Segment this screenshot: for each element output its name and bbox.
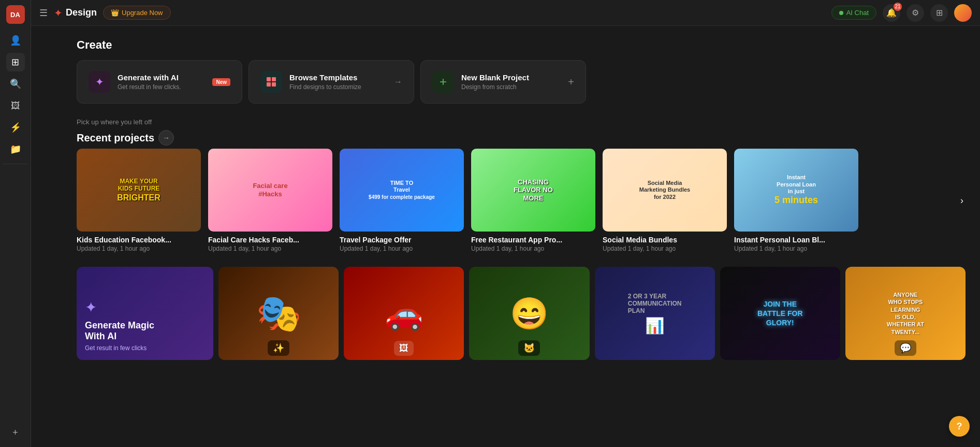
blank-plus-icon: +: [568, 76, 574, 88]
top-navigation: ☰ ✦ Design 👑 Upgrade Now AI Chat 🔔 21 ⚙ …: [31, 0, 980, 26]
menu-icon[interactable]: ☰: [39, 7, 48, 19]
gallery-title-magic: Generate MagicWith AI: [85, 320, 205, 342]
images-icon: 🖼: [11, 100, 20, 111]
gallery-card-emoji[interactable]: 😄 🐱: [469, 267, 589, 360]
gallery-card-mask[interactable]: 🎭 ✨: [218, 267, 339, 360]
scroll-right-button[interactable]: ›: [950, 149, 966, 252]
project-thumb-travel: TIME TOTravel$499 for complete package: [340, 149, 464, 232]
sidebar-item-add[interactable]: +: [6, 423, 25, 442]
templates-card-title: Browse Templates: [289, 73, 387, 82]
templates-card-subtitle: Find designs to customize: [289, 83, 387, 91]
project-card-loan[interactable]: InstantPersonal Loanin just5 minutes Ins…: [734, 149, 858, 252]
blank-card-content: New Blank Project Design from scratch: [461, 73, 561, 91]
grid-icon: ⊞: [936, 8, 943, 18]
notifications-button[interactable]: 🔔 21: [883, 4, 900, 22]
project-updated-3: Updated 1 day, 1 hour ago: [471, 245, 595, 252]
recent-section: Pick up where you left off Recent projec…: [77, 118, 966, 252]
settings-button[interactable]: ⚙: [906, 4, 924, 22]
help-button[interactable]: ?: [949, 416, 970, 437]
search-icon: 🔍: [10, 78, 21, 90]
project-thumb-social: Social MediaMarketing Bundlesfor 2022: [603, 149, 727, 232]
gallery-card-quote[interactable]: ANYONEWHO STOPSLEARNINGIS OLD,WHETHER AT…: [845, 267, 966, 360]
project-thumb-facial: Facial care#Hacks: [208, 149, 332, 232]
ai-chat-label: AI Chat: [846, 9, 869, 17]
app-name: Design: [66, 7, 97, 18]
gallery-subtitle-magic: Get result in few clicks: [85, 344, 205, 352]
apps-button[interactable]: ⊞: [930, 4, 948, 22]
project-thumb-kids-edu: MAKE YOURKIDS FUTUREBRIGHTER: [77, 149, 201, 232]
sidebar-item-search[interactable]: 🔍: [6, 75, 25, 93]
quote-tool-badge: 💬: [895, 340, 916, 356]
sidebar-avatar[interactable]: DA: [6, 5, 25, 24]
sidebar: DA 👤 ⊞ 🔍 🖼 ⚡ 📁 +: [0, 0, 31, 447]
project-card-kids-edu[interactable]: MAKE YOURKIDS FUTUREBRIGHTER Kids Educat…: [77, 149, 201, 252]
gallery-card-battle[interactable]: JOIN THEBATTLE FORGLORY!: [720, 267, 840, 360]
sidebar-item-grid[interactable]: ⊞: [6, 53, 25, 71]
app-logo[interactable]: ✦ Design: [54, 7, 97, 19]
create-section: Create ✦ Generate with AI Get result in …: [77, 38, 966, 104]
sidebar-item-apps[interactable]: ⚡: [6, 118, 25, 137]
recent-header: Recent projects →: [77, 130, 966, 146]
project-card-social[interactable]: Social MediaMarketing Bundlesfor 2022 So…: [603, 149, 727, 252]
magic-icon: ✦: [85, 299, 205, 316]
project-card-travel[interactable]: TIME TOTravel$499 for complete package T…: [340, 149, 464, 252]
user-avatar[interactable]: [954, 4, 972, 22]
project-updated-4: Updated 1 day, 1 hour ago: [603, 245, 727, 252]
blank-card-subtitle: Design from scratch: [461, 83, 561, 91]
blank-card-title: New Blank Project: [461, 73, 561, 82]
project-name-5: Instant Personal Loan Bl...: [734, 236, 858, 244]
gallery-card-car[interactable]: 🚗 🖼: [344, 267, 464, 360]
grid-layout-icon: ⊞: [11, 56, 19, 68]
gear-icon: ⚙: [912, 8, 919, 18]
plan-image: 2 OR 3 YEARCOMMUNICATIONPLAN 📊: [595, 267, 715, 360]
sidebar-item-images[interactable]: 🖼: [6, 96, 25, 115]
folder-icon: 📁: [10, 143, 21, 155]
gallery-card-plan[interactable]: 2 OR 3 YEARCOMMUNICATIONPLAN 📊: [595, 267, 715, 360]
logo-icon: ✦: [54, 7, 63, 19]
create-card-templates[interactable]: Browse Templates Find designs to customi…: [248, 60, 414, 104]
project-card-facial[interactable]: Facial care#Hacks Facial Care Hacks Face…: [208, 149, 332, 252]
create-card-blank[interactable]: + New Blank Project Design from scratch …: [420, 60, 586, 104]
project-thumb-loan: InstantPersonal Loanin just5 minutes: [734, 149, 858, 232]
recent-subtitle: Pick up where you left off: [77, 118, 966, 126]
car-tool-badge: 🖼: [394, 341, 414, 356]
ai-card-subtitle: Get result in few clicks.: [118, 83, 205, 91]
notification-badge: 21: [894, 3, 902, 11]
recent-title: Recent projects: [77, 132, 154, 144]
gallery-card-generate-magic[interactable]: ✦ Generate MagicWith AI Get result in fe…: [77, 267, 213, 360]
recent-scroll-button[interactable]: →: [158, 130, 174, 146]
project-updated-2: Updated 1 day, 1 hour ago: [340, 245, 464, 252]
project-name-4: Social Media Bundles: [603, 236, 727, 244]
ai-icon: ✦: [89, 71, 110, 93]
templates-icon: [260, 71, 282, 93]
project-name-3: Free Restaurant App Pro...: [471, 236, 595, 244]
templates-card-content: Browse Templates Find designs to customi…: [289, 73, 387, 91]
ai-status-dot: [839, 11, 843, 15]
sidebar-item-users[interactable]: 👤: [6, 31, 25, 50]
battle-image: JOIN THEBATTLE FORGLORY!: [720, 267, 840, 360]
sidebar-divider: [3, 164, 27, 164]
create-title: Create: [77, 38, 966, 52]
mask-tool-badge: ✨: [268, 340, 289, 356]
crown-icon: 👑: [111, 9, 119, 17]
apps-icon: ⚡: [10, 122, 21, 133]
emoji-tool-badge: 🐱: [518, 340, 540, 356]
users-icon: 👤: [10, 35, 21, 46]
project-thumb-restaurant: CHASINGFLAVOR NOMORE: [471, 149, 595, 232]
create-card-ai[interactable]: ✦ Generate with AI Get result in few cli…: [77, 60, 242, 104]
ai-chat-button[interactable]: AI Chat: [831, 6, 876, 20]
add-icon: +: [12, 427, 18, 438]
project-name-0: Kids Education Facebook...: [77, 236, 201, 244]
create-cards: ✦ Generate with AI Get result in few cli…: [77, 60, 966, 104]
help-icon: ?: [957, 421, 962, 432]
project-name-2: Travel Package Offer: [340, 236, 464, 244]
project-card-restaurant[interactable]: CHASINGFLAVOR NOMORE Free Restaurant App…: [471, 149, 595, 252]
project-updated-0: Updated 1 day, 1 hour ago: [77, 245, 201, 252]
ai-card-content: Generate with AI Get result in few click…: [118, 73, 205, 91]
upgrade-button[interactable]: 👑 Upgrade Now: [103, 6, 171, 20]
gallery-section: ✦ Generate MagicWith AI Get result in fe…: [77, 267, 966, 360]
project-updated-5: Updated 1 day, 1 hour ago: [734, 245, 858, 252]
sidebar-item-folder[interactable]: 📁: [6, 140, 25, 158]
new-badge: New: [212, 78, 230, 86]
project-updated-1: Updated 1 day, 1 hour ago: [208, 245, 332, 252]
